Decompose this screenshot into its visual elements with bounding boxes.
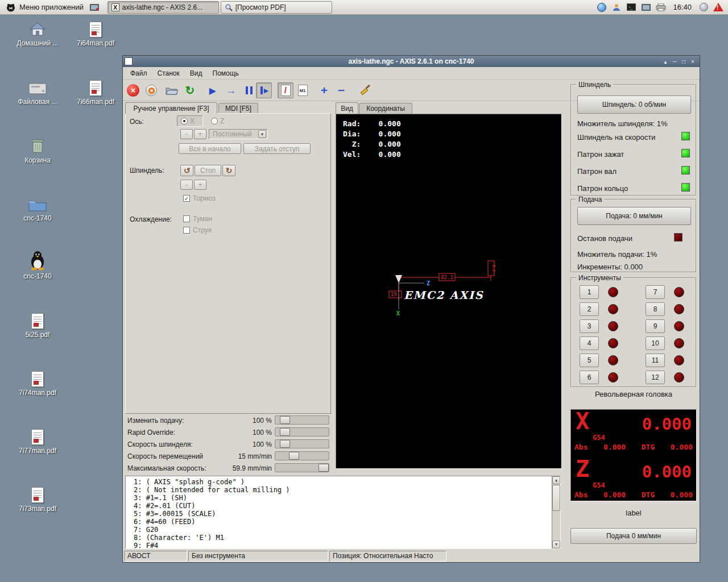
zoom-in-button[interactable]: + <box>316 82 332 98</box>
slider-handle[interactable] <box>280 440 290 448</box>
tool-button-7[interactable]: 7 <box>646 285 665 299</box>
clock[interactable]: 16:40 <box>673 3 692 11</box>
menu-view[interactable]: Вид <box>185 68 208 79</box>
zoom-out-icon: − <box>338 84 345 97</box>
machine-power-button[interactable] <box>143 82 159 98</box>
spindle-group-title: Шпиндель <box>576 81 613 89</box>
pause-button[interactable] <box>241 82 257 98</box>
tool-button-9[interactable]: 9 <box>646 319 665 333</box>
magnifier-icon <box>225 3 233 11</box>
desktop-icon-7i64man[interactable]: 7i64man.pdf <box>68 17 123 47</box>
feed-override-slider[interactable] <box>275 415 329 425</box>
close-button[interactable]: × <box>688 57 697 65</box>
applications-menu-button[interactable]: Меню приложений <box>0 1 89 14</box>
desktop-icon-7i73man[interactable]: 7i73man.pdf <box>10 483 65 513</box>
touch-off-button[interactable]: Задать отступ <box>243 143 311 154</box>
axis-z-radio[interactable]: Z <box>211 117 224 125</box>
tab-manual-control[interactable]: Ручное управление [F3] <box>125 102 217 114</box>
tab-mdi[interactable]: MDI [F5] <box>218 103 258 114</box>
tool-led-8 <box>674 304 684 314</box>
scroll-down-button[interactable]: ▼ <box>552 541 560 548</box>
tool-button-11[interactable]: 11 <box>646 354 665 367</box>
brake-checkbox[interactable]: ✓ Тормоз <box>183 194 216 202</box>
monitor-icon <box>642 4 651 11</box>
jog-speed-slider[interactable] <box>275 451 329 460</box>
tab-preview[interactable]: Вид <box>336 102 358 114</box>
taskbar-window-pdf[interactable]: [Просмотр PDF] <box>221 1 332 14</box>
tool-button-6[interactable]: 6 <box>580 371 599 384</box>
printer-icon[interactable] <box>656 2 666 13</box>
max-velocity-slider[interactable] <box>275 463 329 472</box>
menu-machine[interactable]: Станок <box>152 68 185 79</box>
tool-button-4[interactable]: 4 <box>580 336 599 350</box>
spindle-faster-button[interactable]: + <box>194 180 206 190</box>
launcher-icon[interactable] <box>89 2 100 13</box>
menu-help[interactable]: Помощь <box>208 68 244 79</box>
desktop-icon-filesystem[interactable]: Файловая ... <box>10 76 65 106</box>
maximize-button[interactable]: □ <box>679 57 688 65</box>
desktop-icon-cnc1740-app[interactable]: cnc-1740 <box>10 250 65 280</box>
estop-button[interactable]: × <box>125 82 141 98</box>
taskbar-window-axis[interactable]: X axis-lathe.ngc - AXIS 2.6... <box>107 1 219 14</box>
desktop-icon-home[interactable]: Домашний ... <box>10 17 65 47</box>
desktop-icon-7i77man[interactable]: 7i77man.pdf <box>10 425 65 455</box>
skip-lines-toggle[interactable]: / <box>278 82 293 98</box>
preview-canvas[interactable]: Rad: 0.000 Dia: 0.000 Z: 0.000 Vel: 0.00… <box>336 114 562 469</box>
jog-plus-button[interactable]: + <box>194 129 206 139</box>
tool-button-8[interactable]: 8 <box>646 302 665 316</box>
network-icon[interactable] <box>597 2 607 13</box>
terminal-icon[interactable]: ›_ <box>626 2 636 13</box>
spindle-slower-button[interactable]: - <box>180 180 193 190</box>
gcode-listing[interactable]: 1: ( AXIS "splash g-code" ) 2: ( Not int… <box>125 476 561 549</box>
tool-button-3[interactable]: 3 <box>580 319 599 333</box>
run-from-line-button[interactable]: → <box>223 82 239 98</box>
desktop-icon-7i66man[interactable]: 7i66man.pdf <box>68 76 123 106</box>
clear-plot-button[interactable] <box>357 82 373 98</box>
user-switch-icon[interactable] <box>611 2 622 13</box>
minimize-button[interactable]: ─ <box>670 57 679 65</box>
desktop-icon-7i74man[interactable]: 7i74man.pdf <box>10 367 65 397</box>
jog-minus-button[interactable]: - <box>180 129 193 139</box>
spindle-override-slider[interactable] <box>275 439 329 448</box>
axis-window: X axis-lathe.ngc - AXIS 2.6.1 on cnc-174… <box>122 55 700 563</box>
spindle-forward-button[interactable]: ↻ <box>222 165 235 176</box>
optional-pause-toggle[interactable]: M1 <box>295 82 311 98</box>
run-button[interactable]: ▶ <box>205 82 221 98</box>
open-file-button[interactable] <box>164 82 180 98</box>
spindle-reverse-button[interactable]: ↺ <box>180 165 193 176</box>
desktop-icon-trash[interactable]: Корзина <box>10 134 65 164</box>
desktop-icon-cnc1740-folder[interactable]: cnc-1740 <box>10 192 65 222</box>
tool-button-5[interactable]: 5 <box>580 354 599 367</box>
slider-handle[interactable] <box>280 428 290 436</box>
desktop-icon-5i25[interactable]: 5i25.pdf <box>10 309 65 339</box>
tool-button-2[interactable]: 2 <box>580 302 599 316</box>
flood-checkbox[interactable]: Струя <box>183 226 212 234</box>
slider-handle[interactable] <box>280 416 290 424</box>
scrollbar-thumb[interactable] <box>552 485 560 511</box>
step-button[interactable]: ▶ <box>256 82 272 98</box>
gcode-scrollbar[interactable]: ▲ ▼ <box>552 476 560 548</box>
notification-orb-icon[interactable] <box>698 2 709 13</box>
rapid-override-slider[interactable] <box>275 427 329 436</box>
axis-x-radio[interactable]: X <box>177 115 203 127</box>
mist-checkbox[interactable]: Туман <box>183 215 212 223</box>
warning-icon[interactable]: ! <box>713 2 723 13</box>
display-settings-icon[interactable] <box>641 2 651 13</box>
scroll-up-button[interactable]: ▲ <box>552 476 560 484</box>
jog-mode-dropdown[interactable]: Постоянный ▾ <box>209 129 268 139</box>
tool-led-11 <box>674 355 684 365</box>
tool-button-10[interactable]: 10 <box>646 336 665 350</box>
tool-button-1[interactable]: 1 <box>580 285 599 299</box>
menu-file[interactable]: Файл <box>125 68 152 79</box>
home-all-button[interactable]: Все в начало <box>179 143 241 154</box>
shade-button[interactable]: ▴ <box>661 57 670 65</box>
spindle-stop-button[interactable]: Стоп <box>195 165 221 176</box>
slider-handle[interactable] <box>318 464 329 472</box>
tool-button-12[interactable]: 12 <box>646 371 665 384</box>
window-titlebar[interactable]: X axis-lathe.ngc - AXIS 2.6.1 on cnc-174… <box>123 56 700 67</box>
tab-dro[interactable]: Координаты <box>359 103 412 114</box>
chuck-ring-label: Патрон кольцо <box>577 184 628 193</box>
zoom-out-button[interactable]: − <box>333 82 349 98</box>
reload-button[interactable]: ↻ <box>182 82 198 98</box>
slider-handle[interactable] <box>289 452 299 460</box>
